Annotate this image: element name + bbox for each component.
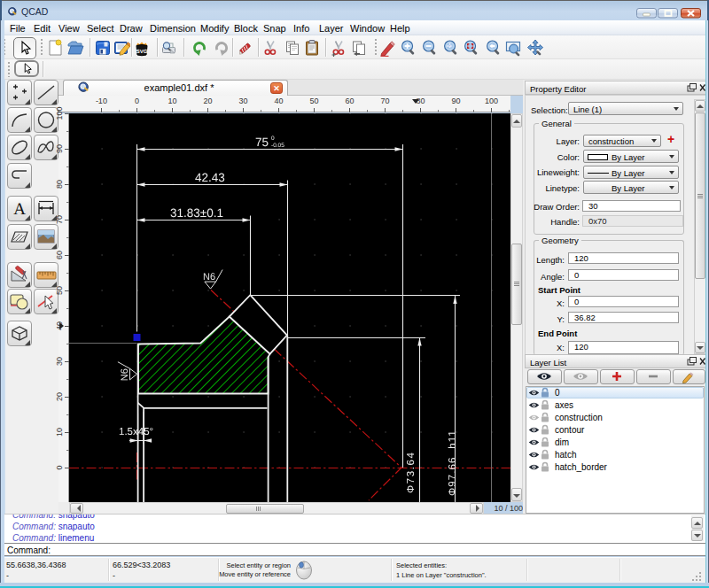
- svg-text:0: 0: [271, 135, 275, 142]
- svg-text:Φ97.66 h11: Φ97.66 h11: [448, 429, 458, 496]
- svg-text:42.43: 42.43: [195, 171, 225, 184]
- svg-text:N6: N6: [203, 272, 215, 282]
- svg-text:-0.05: -0.05: [271, 143, 284, 149]
- svg-text:31.83±0.1: 31.83±0.1: [170, 206, 223, 220]
- svg-text:N6: N6: [120, 368, 130, 381]
- svg-text:Φ73.64: Φ73.64: [406, 451, 417, 493]
- svg-text:1.5x45°: 1.5x45°: [119, 427, 153, 437]
- svg-text:SVG: SVG: [136, 49, 148, 55]
- svg-text:75: 75: [255, 135, 269, 149]
